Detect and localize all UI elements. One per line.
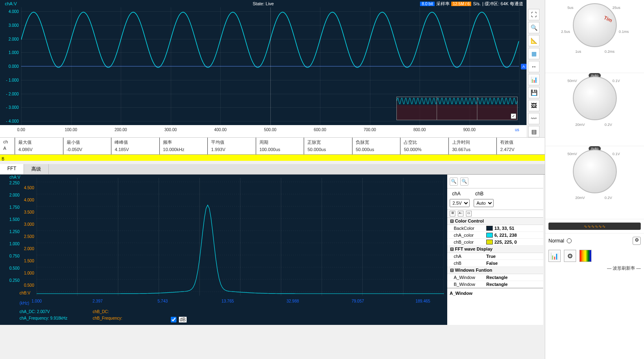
trigger-wave-indicator: ∿∿∿∿∿∿ bbox=[548, 223, 641, 230]
fft-ytick: 4.000 bbox=[24, 198, 34, 202]
channel-b-strip[interactable]: B bbox=[0, 154, 545, 161]
zoom-out-icon[interactable]: 🔍 bbox=[450, 177, 458, 186]
fft-ytick: 1.000 bbox=[9, 242, 20, 246]
settings-icon[interactable]: ⚙ bbox=[633, 237, 641, 245]
awindow-value[interactable]: Rectangle bbox=[486, 275, 541, 280]
spectrum-button[interactable]: 📊 bbox=[528, 74, 540, 85]
chb-range-select[interactable]: Auto bbox=[474, 199, 494, 207]
dial-tick: 2.5us bbox=[561, 30, 570, 34]
measure-cell: 峰峰值4.185V bbox=[111, 138, 159, 154]
tab-advanced[interactable]: 高级 bbox=[24, 164, 49, 174]
overview-minimap[interactable]: ✓ bbox=[396, 97, 518, 120]
measure-cell: 占空比50.000% bbox=[400, 138, 448, 154]
dial-tick: 1us bbox=[575, 50, 581, 54]
measure-cell: 有效值2.472V bbox=[496, 138, 545, 154]
state-label: State: Live bbox=[253, 1, 274, 6]
color-icon[interactable] bbox=[579, 250, 592, 262]
fullscreen-button[interactable]: ⛶ bbox=[528, 9, 540, 20]
measure-cell: 最大值4.086V bbox=[15, 138, 63, 154]
prop-categorized-icon[interactable]: ⊞ bbox=[450, 211, 455, 216]
buffer-label: | 缓冲区: 64K 每通道 bbox=[482, 1, 523, 7]
fft-ytick: 1.500 bbox=[24, 259, 34, 263]
volts-dial-b[interactable] bbox=[573, 149, 617, 193]
table-button[interactable]: ▤ bbox=[528, 126, 540, 137]
y-tick: 2.000 bbox=[9, 37, 19, 41]
ch-header: ch bbox=[3, 139, 11, 144]
fft-ytick: 0.500 bbox=[24, 283, 34, 288]
y-tick: - 4.000 bbox=[6, 119, 19, 123]
dial-tick: 20mV bbox=[575, 123, 585, 127]
tab-fft[interactable]: FFT bbox=[0, 164, 24, 174]
sample-rate: 12.5M / 6 bbox=[451, 2, 472, 6]
zoom-in-icon[interactable]: 🔍 bbox=[460, 177, 468, 186]
measure-cell: 正脉宽50.000us bbox=[304, 138, 352, 154]
bwindow-value[interactable]: Rectangle bbox=[486, 282, 541, 287]
dial-tick: 0.2V bbox=[605, 123, 612, 127]
screenshot-button[interactable]: 🖼 bbox=[528, 100, 540, 111]
fft-xtick: 1.000 bbox=[31, 299, 41, 303]
fft-x-unit: (kHz) bbox=[20, 301, 29, 305]
fft-ytick: 2.500 bbox=[24, 234, 34, 239]
dial-tick: 25us bbox=[612, 6, 620, 10]
dial-tick: 0.1V bbox=[612, 152, 620, 156]
scope-header: chA:V State: Live 8.0 bit 采样率 12.5M / 6 … bbox=[0, 0, 527, 7]
wave-button[interactable]: 〰 bbox=[528, 113, 540, 124]
chacolor-value[interactable]: 6, 221, 238 bbox=[486, 233, 541, 238]
expander-icon[interactable]: ⊟ bbox=[450, 218, 454, 224]
y-tick: 0.000 bbox=[9, 64, 19, 69]
gear-icon[interactable]: ⚙ bbox=[564, 250, 576, 262]
chb-display-value[interactable]: False bbox=[486, 261, 541, 266]
dial-tick: 50mV bbox=[568, 79, 577, 83]
prop-sort-icon[interactable]: A↓ bbox=[458, 211, 463, 216]
scope-toolbar: ⛶ 🔍 📐 ▦ ↔ 📊 💾 🖼 〰 ▤ bbox=[527, 7, 543, 139]
fft-ytick: 0.500 bbox=[9, 266, 20, 270]
expander-icon[interactable]: ⊟ bbox=[450, 268, 454, 273]
expander-icon[interactable]: ⊟ bbox=[450, 247, 454, 252]
dial-tick: 50mV bbox=[568, 152, 577, 156]
x-tick: 400.00 bbox=[214, 128, 227, 132]
fft-canvas[interactable]: chA:V 2.2502.0001.7501.5001.2501.0000.75… bbox=[0, 175, 447, 325]
x-tick: 100.00 bbox=[65, 128, 77, 132]
backcolor-value[interactable]: 13, 33, 51 bbox=[486, 226, 541, 231]
mode-normal[interactable]: Normal ⚙ bbox=[545, 234, 644, 248]
prop-pages-icon[interactable]: ▭ bbox=[466, 211, 472, 216]
dial-tick: 0.2V bbox=[605, 196, 612, 200]
channel-a-marker[interactable]: A bbox=[521, 64, 527, 69]
fft-ytick: 2.000 bbox=[24, 247, 34, 251]
bar-chart-icon[interactable]: 📊 bbox=[548, 250, 561, 262]
measure-cell: 周期100.000us bbox=[256, 138, 304, 154]
cha-display-value[interactable]: True bbox=[486, 254, 541, 259]
refresh-rate-label: — 波形刷新率 — bbox=[545, 264, 644, 273]
ch-row: A bbox=[3, 146, 11, 151]
fft-cha-dc: chA_DC: 2.007V bbox=[20, 309, 50, 314]
fft-ytick: 0.750 bbox=[9, 254, 20, 258]
dial-tick: 0.2ms bbox=[605, 50, 615, 54]
chbcolor-value[interactable]: 225, 225, 0 bbox=[486, 240, 541, 244]
dial-tick: 5us bbox=[568, 6, 574, 10]
dial-tick: 20mV bbox=[575, 196, 585, 200]
fft-chb-label: chB:V bbox=[20, 291, 445, 295]
measure-cell: 平均值1.993V bbox=[207, 138, 256, 154]
cha-range-select[interactable]: 2.5V bbox=[450, 199, 470, 207]
minimap-checkbox[interactable]: ✓ bbox=[511, 113, 516, 119]
channel-label: chA:V bbox=[0, 1, 17, 6]
zoom-in-button[interactable]: 🔍 bbox=[528, 22, 540, 33]
grid-button[interactable]: ▦ bbox=[528, 48, 540, 59]
cha-label: chA bbox=[450, 191, 461, 197]
fft-xtick: 5.743 bbox=[157, 299, 168, 303]
fft-ytick: 4.500 bbox=[24, 186, 34, 190]
volts-dial-a[interactable] bbox=[573, 76, 617, 120]
prop-footer: A_Window bbox=[447, 288, 543, 298]
db-checkbox[interactable]: dB bbox=[171, 317, 187, 322]
sample-label: 采样率 bbox=[436, 1, 450, 7]
scope-canvas[interactable]: 4.0003.0002.0001.0000.000- 1.000- 2.000-… bbox=[0, 7, 527, 125]
save-button[interactable]: 💾 bbox=[528, 87, 540, 98]
ruler-button[interactable]: 📐 bbox=[528, 35, 540, 46]
dial-tick: 0.1V bbox=[612, 79, 620, 83]
fft-ytick: 2.250 bbox=[9, 181, 20, 185]
x-tick: 700.00 bbox=[363, 128, 376, 132]
fft-ytick: 2.000 bbox=[9, 193, 20, 197]
hspan-button[interactable]: ↔ bbox=[528, 61, 540, 72]
fft-ytick: 1.500 bbox=[9, 217, 20, 222]
timebase-dial[interactable]: Tim bbox=[573, 3, 617, 47]
